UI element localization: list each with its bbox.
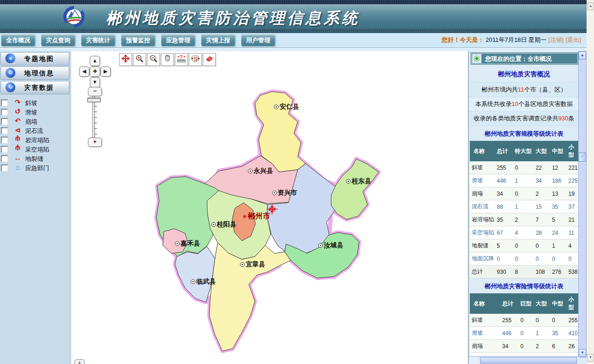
row-name-cell: 地面沉降 — [470, 252, 496, 265]
nav-tab-7[interactable]: 用户管理 — [241, 34, 275, 46]
place-marker-icon — [191, 279, 195, 284]
layer-checkbox-采空塌陷[interactable] — [1, 146, 8, 153]
value-cell: 225 — [568, 174, 578, 187]
clear-button[interactable] — [203, 53, 216, 66]
overview-stats: 郴州市境内共11个市（县、区）本系统共收录10个县区地质灾害数据收录的各类地质灾… — [469, 83, 579, 126]
partial-zoom-button[interactable]: + — [74, 359, 85, 364]
value-cell: 13 — [552, 187, 568, 200]
layer-label: 滑坡 — [25, 108, 37, 117]
value-cell: 6 — [552, 340, 568, 353]
mining-collapse-icon: ψ — [13, 145, 22, 152]
layer-checkbox-地裂缝[interactable] — [1, 155, 8, 162]
danger-grade-table: 名称总计巨型大型中型小型斜坡255000255滑坡4460135410崩塌340… — [470, 293, 578, 357]
sidebar-section-专题地图[interactable]: »专题地图 — [0, 52, 69, 66]
layer-checkbox-滑坡[interactable] — [1, 109, 8, 116]
sidebar-section-label: 地理信息 — [24, 69, 54, 78]
value-cell: 34 — [535, 174, 551, 187]
ground-fissure-icon: ↔ — [13, 154, 22, 162]
value-cell: 930 — [496, 265, 514, 278]
layer-label: 崩塌 — [25, 118, 37, 126]
zoom-tick — [94, 112, 97, 112]
zoom-out-step-button[interactable]: − — [88, 87, 102, 96]
value-cell: 0 — [514, 187, 535, 200]
exit-link[interactable]: [退出] — [566, 36, 581, 43]
layer-checkbox-崩塌[interactable] — [1, 118, 8, 125]
nav-tab-6[interactable]: 灾情上报 — [201, 34, 235, 46]
page-scrollbar[interactable]: ▲ ▼ — [587, 0, 594, 364]
pan-up-button[interactable]: ▲ — [90, 56, 100, 66]
pan-right-button[interactable]: ▶ — [100, 66, 111, 77]
map-toolbar: ?S — [119, 53, 216, 66]
value-cell: 35 — [552, 200, 568, 213]
zoom-tick — [94, 117, 97, 118]
layer-row-滑坡: ↺滑坡 — [1, 107, 70, 117]
zoom-tick — [94, 123, 97, 123]
layer-checkbox-斜坡[interactable] — [1, 99, 8, 106]
nav-tab-5[interactable]: 应急管理 — [161, 34, 195, 46]
danger-table-row-斜坡: 斜坡255000255 — [470, 314, 578, 327]
layer-list: ↷斜坡↺滑坡↶崩塌⊲泥石流ψ岩溶塌陷ψ采空塌陷↔地裂缝⌂应急部门 — [0, 98, 70, 172]
panel-horizontal-scrollbar[interactable] — [469, 356, 579, 364]
measure-distance-button[interactable]: ? — [175, 53, 188, 66]
value-cell: 5 — [496, 239, 514, 252]
panel-vertical-scrollbar[interactable]: ▲ ≡ ▼ — [578, 51, 587, 357]
zoom-in-button[interactable] — [133, 53, 146, 66]
scale-tool-button[interactable]: S — [189, 53, 202, 66]
layer-checkbox-应急部门[interactable] — [1, 165, 8, 172]
zoom-tick — [94, 128, 97, 129]
horizontal-scroll-thumb[interactable] — [480, 357, 577, 364]
layer-row-崩塌: ↶崩塌 — [1, 117, 70, 126]
stat-text: 条 — [568, 115, 574, 122]
pan-center-button[interactable]: ✚ — [90, 66, 100, 77]
header-bottom-strip — [0, 29, 587, 33]
pan-left-button[interactable]: ◀ — [79, 66, 89, 77]
map-region-yizhang[interactable] — [209, 243, 291, 351]
value-cell: 255 — [496, 161, 514, 174]
row-name-cell: 斜坡 — [470, 161, 496, 174]
zoom-slider-track[interactable] — [93, 96, 95, 139]
svg-text:?: ? — [180, 54, 183, 60]
value-cell: 108 — [535, 265, 551, 278]
sidebar-section-地理信息[interactable]: ⚙地理信息 — [0, 66, 69, 80]
nav-tab-3[interactable]: 灾害统计 — [81, 34, 115, 46]
app-header: 郴州地质灾害防治管理信息系统 — [0, 4, 587, 29]
value-cell: 538 — [568, 265, 578, 278]
value-cell: 12 — [552, 161, 568, 174]
sidebar-section-灾害数据[interactable]: ↻灾害数据 — [0, 81, 69, 94]
value-cell: 0 — [520, 314, 535, 327]
column-header-总计: 总计 — [502, 293, 520, 314]
svg-text:S: S — [194, 56, 197, 62]
identify-tool-button[interactable] — [161, 53, 174, 66]
value-cell: 0 — [552, 314, 568, 327]
nav-tab-4[interactable]: 预警监控 — [121, 34, 155, 46]
pan-tool-button[interactable] — [119, 53, 132, 66]
map-region-guidong[interactable] — [331, 159, 379, 219]
location-bar: 您现在的位置：全市概况 — [471, 53, 578, 65]
map-viewport[interactable]: 安仁县永兴县资兴市桂东县★郴州市桂阳县嘉禾县汝城县宜章县临武县 ▲ ◀ ✚ ▶ … — [73, 51, 468, 364]
row-name-cell: 崩塌 — [470, 187, 496, 200]
scroll-up-button[interactable]: ▲ — [579, 52, 586, 60]
table1-title: 郴州地质灾害规模等级统计表 — [469, 126, 579, 141]
zoom-slider-thumb[interactable] — [87, 98, 100, 102]
layer-checkbox-岩溶塌陷[interactable] — [1, 137, 8, 144]
zoom-in-icon — [135, 54, 144, 65]
logout-link[interactable]: [注销] — [548, 36, 564, 43]
stat-number: 10 — [512, 100, 518, 107]
scroll-down-button[interactable]: ▼ — [579, 349, 586, 357]
zoom-in-step-button[interactable]: + — [88, 138, 102, 147]
scale-table-row-斜坡: 斜坡25502212221 — [470, 161, 578, 174]
page-scroll-up-button[interactable]: ▲ — [587, 2, 594, 10]
scroll-thumb[interactable]: ≡ — [579, 152, 586, 162]
zoom-out-button[interactable] — [147, 53, 160, 66]
district-map[interactable] — [73, 51, 468, 364]
row-name-cell: 斜坡 — [470, 314, 502, 327]
place-marker-icon — [240, 262, 245, 267]
nav-tab-1[interactable]: 全市概况 — [1, 34, 35, 46]
page-scroll-down-button[interactable]: ▼ — [587, 354, 594, 362]
zoom-tick — [94, 134, 97, 134]
layer-checkbox-泥石流[interactable] — [1, 127, 8, 134]
pan-down-button[interactable]: ▼ — [90, 77, 100, 87]
value-cell: 2 — [535, 340, 552, 353]
nav-tab-2[interactable]: 灾点查询 — [41, 34, 75, 46]
value-cell: 5 — [552, 213, 568, 226]
